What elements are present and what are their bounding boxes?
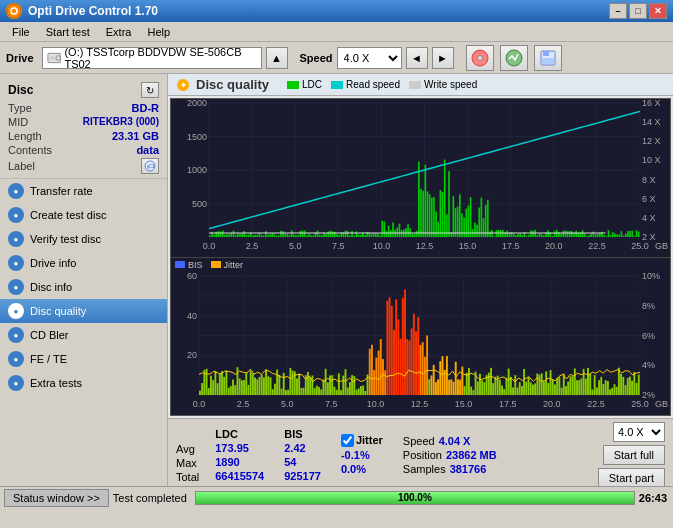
speed-select-stats[interactable]: 4.0 X2.0 XMax (613, 422, 665, 442)
jitter-checkbox[interactable] (341, 434, 354, 447)
legend-jitter-color (211, 261, 221, 268)
disc-length-label: Length (8, 130, 42, 142)
legend-writespeed: Write speed (409, 79, 477, 90)
disc-mid-label: MID (8, 116, 28, 128)
disc-icon-button[interactable] (466, 45, 494, 71)
legend-readspeed-label: Read speed (346, 79, 400, 90)
legend-readspeed-color (331, 81, 343, 89)
minimize-button[interactable]: – (609, 3, 627, 19)
legend-jitter: Jitter (211, 260, 244, 270)
nav-icon-transfer-rate: ● (8, 183, 24, 199)
statusbar: Status window >> Test completed 100.0% 2… (0, 486, 673, 508)
disc-section: Disc ↻ Type BD-R MID RITEKBR3 (000) Leng… (0, 78, 167, 179)
legend-readspeed: Read speed (331, 79, 400, 90)
nav-item-fe-te[interactable]: ●FE / TE (0, 347, 167, 371)
position-val: 23862 MB (446, 449, 497, 461)
nav-label-disc-info: Disc info (30, 281, 72, 293)
disc-mid-value: RITEKBR3 (000) (83, 116, 159, 128)
start-full-button[interactable]: Start full (603, 445, 665, 465)
legend-ldc-label: LDC (302, 79, 322, 90)
legend-bis-color (175, 261, 185, 268)
sidebar: Disc ↻ Type BD-R MID RITEKBR3 (000) Leng… (0, 74, 168, 486)
speed-label: Speed (300, 52, 333, 64)
svg-rect-10 (542, 58, 554, 64)
nav-item-disc-info[interactable]: ●Disc info (0, 275, 167, 299)
save-icon-button[interactable] (534, 45, 562, 71)
disc-type-label: Type (8, 102, 32, 114)
maximize-button[interactable]: □ (629, 3, 647, 19)
nav-item-verify-test-disc[interactable]: ●Verify test disc (0, 227, 167, 251)
label-icon-button[interactable]: 🏷 (141, 158, 159, 174)
app-icon (6, 3, 22, 19)
nav-item-disc-quality[interactable]: ●Disc quality (0, 299, 167, 323)
bis-header: BIS (284, 428, 321, 440)
disc-label-row: Label 🏷 (8, 158, 159, 174)
quality-icon-button[interactable] (500, 45, 528, 71)
jitter-avg: -0.1% (341, 449, 383, 461)
close-button[interactable]: ✕ (649, 3, 667, 19)
start-part-button[interactable]: Start part (598, 468, 665, 486)
disc-length-value: 23.31 GB (112, 130, 159, 142)
disc-header: Disc ↻ (8, 82, 159, 98)
svg-rect-4 (49, 56, 54, 60)
disc-title: Disc (8, 83, 33, 97)
stats-ldc-col: LDC 173.95 1890 66415574 (215, 428, 264, 482)
content-title: Disc quality (196, 77, 269, 92)
total-label: Total (176, 471, 199, 483)
disc-type-value: BD-R (132, 102, 160, 114)
nav-label-fe-te: FE / TE (30, 353, 67, 365)
stats-labels-col: Avg Max Total (176, 427, 199, 483)
svg-rect-9 (543, 51, 549, 56)
content-header: ✦ Disc quality LDC Read speed Write spee… (168, 74, 673, 96)
chart-top-canvas (171, 99, 670, 257)
disc-mid-row: MID RITEKBR3 (000) (8, 116, 159, 128)
menu-item-start-test[interactable]: Start test (38, 24, 98, 40)
svg-text:🏷: 🏷 (147, 163, 154, 170)
samples-val: 381766 (450, 463, 487, 475)
nav-item-cd-bler[interactable]: ●CD Bler (0, 323, 167, 347)
legend-ldc-color (287, 81, 299, 89)
nav-items: ●Transfer rate●Create test disc●Verify t… (0, 179, 167, 395)
test-completed: Test completed (113, 492, 187, 504)
status-window-button[interactable]: Status window >> (4, 489, 109, 507)
legend-ldc: LDC (287, 79, 322, 90)
legend-bis: BIS (175, 260, 203, 270)
nav-item-drive-info[interactable]: ●Drive info (0, 251, 167, 275)
menubar: FileStart testExtraHelp (0, 22, 673, 42)
nav-item-extra-tests[interactable]: ●Extra tests (0, 371, 167, 395)
stats-speed-col: Speed 4.04 X Position 23862 MB Samples 3… (403, 435, 497, 475)
ldc-avg: 173.95 (215, 442, 264, 454)
content-area: ✦ Disc quality LDC Read speed Write spee… (168, 74, 673, 486)
drive-icon (47, 50, 62, 66)
nav-icon-cd-bler: ● (8, 327, 24, 343)
disc-refresh-button[interactable]: ↻ (141, 82, 159, 98)
nav-item-create-test-disc[interactable]: ●Create test disc (0, 203, 167, 227)
nav-label-cd-bler: CD Bler (30, 329, 69, 341)
max-label: Max (176, 457, 199, 469)
legend-area: LDC Read speed Write speed (287, 79, 477, 91)
menu-item-extra[interactable]: Extra (98, 24, 140, 40)
legend-writespeed-label: Write speed (424, 79, 477, 90)
time-display: 26:43 (639, 492, 667, 504)
nav-icon-drive-info: ● (8, 255, 24, 271)
drive-eject-button[interactable]: ▲ (266, 47, 288, 69)
speed-prev-button[interactable]: ◄ (406, 47, 428, 69)
speed-select[interactable]: 4.0 X2.0 XMax (337, 47, 402, 69)
chart-bottom-canvas (171, 272, 670, 415)
stats-bis-col: BIS 2.42 54 925177 (284, 428, 321, 482)
titlebar: Opti Drive Control 1.70 – □ ✕ (0, 0, 673, 22)
menu-item-file[interactable]: File (4, 24, 38, 40)
disc-contents-label: Contents (8, 144, 52, 156)
chart-bottom: BIS Jitter (171, 258, 670, 416)
svg-text:✦: ✦ (180, 81, 187, 90)
app-title: Opti Drive Control 1.70 (28, 4, 158, 18)
nav-item-transfer-rate[interactable]: ●Transfer rate (0, 179, 167, 203)
disc-length-row: Length 23.31 GB (8, 130, 159, 142)
samples-label: Samples (403, 463, 446, 475)
speed-next-button[interactable]: ► (432, 47, 454, 69)
legend-jitter-label: Jitter (224, 260, 244, 270)
quality-icon (505, 49, 523, 67)
disc-contents-value: data (136, 144, 159, 156)
menu-item-help[interactable]: Help (139, 24, 178, 40)
nav-label-extra-tests: Extra tests (30, 377, 82, 389)
